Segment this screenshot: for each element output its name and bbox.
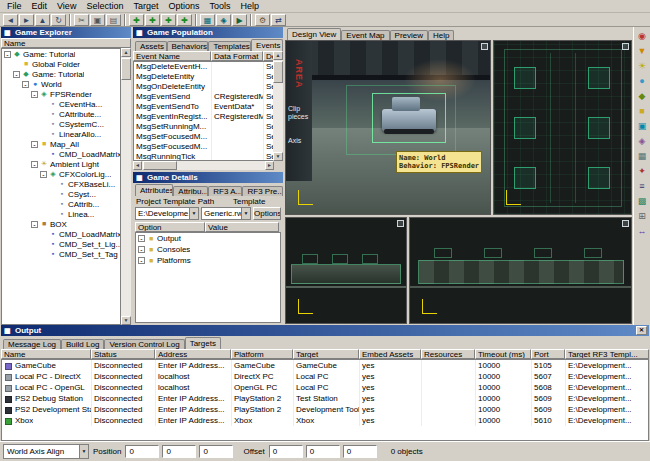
position-field-2[interactable]: 0 [199,445,233,458]
folder-icon[interactable]: ■ [635,105,649,118]
add-event-icon[interactable]: ✚ [177,14,192,26]
tab-events[interactable]: Events [251,39,283,51]
tree-item-cmd-loadmatrix[interactable]: ▪CMD_LoadMatrix [2,149,120,159]
table-row[interactable]: MsgEventInRegist...CRegisteredMsgs*Se... [134,112,273,122]
behavior-icon[interactable]: ◈ [635,135,649,148]
connect-icon[interactable]: ⇄ [271,14,286,26]
world-icon[interactable]: ● [635,75,649,88]
table-row[interactable]: MsgSetFocusedM...Se... [134,132,273,142]
expander-icon[interactable]: - [31,221,38,228]
light-icon[interactable]: ☀ [635,60,649,73]
menu-view[interactable]: View [52,0,81,12]
menu-selection[interactable]: Selection [81,0,128,12]
tree-item-box[interactable]: -■BOX [2,219,120,229]
scrollbar-thumb[interactable] [121,58,131,80]
output-titlebar[interactable]: Output [1,325,649,336]
game-explorer-titlebar[interactable]: Game Explorer [1,27,131,38]
menu-tools[interactable]: Tools [204,0,235,12]
copy-icon[interactable]: ▣ [90,14,105,26]
offset-field-2[interactable]: 0 [343,445,377,458]
column-header-target-rf3-templ[interactable]: Target RF3 Templ... [565,349,649,359]
column-header-embed-assets[interactable]: Embed Assets [359,349,421,359]
expander-icon[interactable]: - [138,257,145,264]
spotlight-icon[interactable]: ▼ [635,45,649,58]
scroll-up-icon[interactable] [121,48,131,57]
column-header-name[interactable]: Name [1,349,91,359]
column-header-status[interactable]: Status [91,349,155,359]
tab-targets[interactable]: Targets [185,337,221,349]
table-row[interactable]: MsgDeleteEntitySe... [134,72,273,82]
measure-icon[interactable]: ↔ [635,225,649,238]
tree-item-global-folder[interactable]: ■Global Folder [2,59,120,69]
view-maximize-icon[interactable] [481,43,488,50]
target-row-gamecube[interactable]: GameCubeDisconnectedEnter IP Address...G… [2,360,648,371]
table-row[interactable]: MsgDeleteEventH...Se... [134,62,273,72]
snap-icon[interactable]: ⊞ [635,210,649,223]
tab-attribu[interactable]: Attribu... [173,186,208,196]
event-icon[interactable]: ✦ [635,165,649,178]
offset-field-1[interactable]: 0 [306,445,340,458]
tab-templates[interactable]: Templates [208,41,251,51]
asset-icon[interactable]: ▦ [635,150,649,163]
tree-item-map-all[interactable]: -■Map_All [2,139,120,149]
tree-item-cmd-set-t-lig[interactable]: ▪CMD_Set_t_Lig... [2,239,120,249]
paste-icon[interactable]: ▤ [106,14,121,26]
explorer-name-column-header[interactable]: Name [1,38,131,48]
tree-item-platforms[interactable]: -■Platforms [136,255,280,266]
game-population-titlebar[interactable]: Game Population [133,27,283,38]
table-row[interactable]: MsgEventSendToEventData*Se... [134,102,273,112]
tree-item-game-tutorial[interactable]: -◆Game: Tutorial [2,49,120,59]
tree-item-output[interactable]: -■Output [136,233,280,244]
table-row[interactable]: MsgOnDeleteEntitySe... [134,82,273,92]
view-maximize-icon[interactable] [397,220,404,227]
scroll-up-icon[interactable] [273,51,283,60]
expander-icon[interactable]: - [40,171,47,178]
table-row[interactable]: MsgEventSendCRegisteredMsgs*Se... [134,92,273,102]
tree-item-game-tutorial[interactable]: -◆Game: Tutorial [2,69,120,79]
column-header-resources[interactable]: Resources [421,349,475,359]
target-row-ps2-development-station[interactable]: PS2 Development StationDisconnectedEnter… [2,404,648,415]
dropdown-arrow-icon[interactable] [79,445,88,458]
explorer-scrollbar[interactable] [121,48,131,325]
tree-item-consoles[interactable]: -■Consoles [136,244,280,255]
refresh-icon[interactable]: ↻ [51,14,66,26]
scrollbar-thumb[interactable] [273,61,283,83]
column-header-event-name[interactable]: Event Name [133,51,211,61]
tree-item-linearallo[interactable]: ▪LinearAllo... [2,129,120,139]
tree-item-cmd-loadmatrix[interactable]: ▪CMD_LoadMatrix [2,229,120,239]
template-icon[interactable]: ▣ [635,120,649,133]
event-map-icon[interactable]: ◈ [216,14,231,26]
column-header-platform[interactable]: Platform [231,349,293,359]
menu-help[interactable]: Help [235,0,264,12]
viewport-top-view[interactable] [493,40,632,215]
expander-icon[interactable]: - [4,51,11,58]
add-entity-icon[interactable]: ✚ [129,14,144,26]
options-button[interactable]: Options [253,207,281,220]
tree-item-csystemc[interactable]: ▪CSystemC... [2,119,120,129]
add-behavior-icon[interactable]: ✚ [161,14,176,26]
tab-build-log[interactable]: Build Log [61,339,104,349]
tree-item-fpsrender[interactable]: -◈FPSRender [2,89,120,99]
menu-edit[interactable]: Edit [27,0,53,12]
position-field-0[interactable]: 0 [125,445,159,458]
column-header-port[interactable]: Port [531,349,565,359]
expander-icon[interactable]: - [22,81,29,88]
expander-icon[interactable]: - [13,71,20,78]
preview-icon[interactable]: ▶ [232,14,247,26]
table-row[interactable]: MsgRunningTickSe... [134,152,273,161]
tab-design-view[interactable]: Design View [287,28,341,40]
viewport-perspective-view[interactable]: AREA Clip pieces Axis Name: World Behavi… [285,40,491,215]
column-header-timeout-ms[interactable]: Timeout (ms) [475,349,531,359]
target-row-ps2-debug-station[interactable]: PS2 Debug StationDisconnectedEnter IP Ad… [2,393,648,404]
scroll-down-icon[interactable] [273,152,283,161]
tab-message-log[interactable]: Message Log [3,339,61,349]
tree-item-cattribute[interactable]: ▪CAttribute... [2,109,120,119]
table-row[interactable]: MsgSetRunningM...Se... [134,122,273,132]
column-header-data-format[interactable]: Data Format [211,51,263,61]
tree-item-ambient-light[interactable]: -☀Ambient Light [2,159,120,169]
tree-item-cfxcolorlig[interactable]: -◈CFXColorLig... [2,169,120,179]
cut-icon[interactable]: ✂ [74,14,89,26]
close-icon[interactable] [636,326,647,335]
scroll-right-icon[interactable] [265,161,274,170]
expander-icon[interactable]: - [31,91,38,98]
